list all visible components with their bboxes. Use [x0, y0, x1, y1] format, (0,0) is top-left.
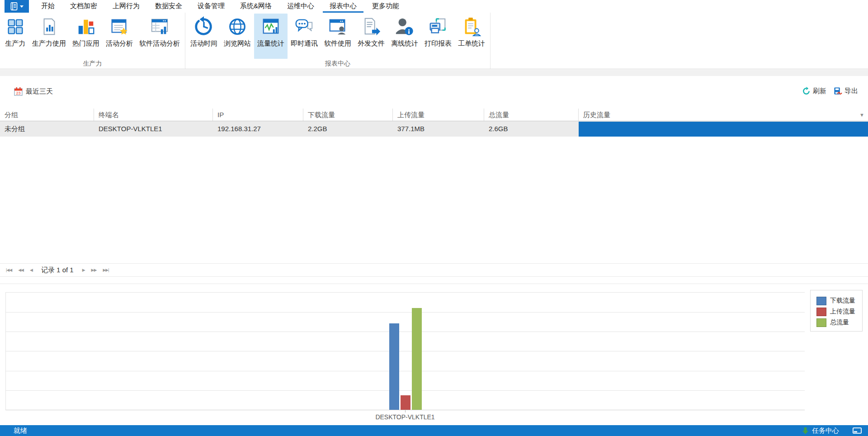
software-activity-analysis-icon: [149, 16, 170, 37]
traffic-stats-icon: [260, 16, 281, 37]
ribbon-button-traffic-stats[interactable]: 流量统计: [254, 14, 288, 59]
column-chooser-icon[interactable]: ▼: [859, 112, 864, 118]
print-report-icon: [428, 16, 448, 37]
legend-item: 下载流量: [816, 295, 862, 306]
offline-stats-icon: [394, 16, 415, 37]
ribbon-button-software-usage[interactable]: 软件使用: [321, 14, 354, 59]
ribbon-button-hot-apps[interactable]: 热门应用: [69, 14, 103, 59]
download-arrow-icon: [802, 427, 808, 434]
export-button[interactable]: 导出: [834, 87, 858, 95]
software-usage-icon: [327, 16, 348, 37]
legend-swatch: [816, 318, 826, 327]
app-menu-button[interactable]: [5, 0, 29, 13]
next-page-button[interactable]: ▶: [80, 266, 87, 274]
cell-download: 2.2GB: [303, 121, 393, 137]
ribbon-content-divider: [0, 70, 868, 76]
tab-more-features[interactable]: 更多功能: [365, 0, 406, 13]
ribbon-button-print-report[interactable]: 打印报表: [421, 14, 455, 59]
grid-header: 分组 终端名 IP 下载流量 上传流量 总流量 历史流量: [0, 109, 868, 121]
cell-history: [579, 121, 868, 137]
app-menu-icon: [10, 2, 18, 11]
chart-bar: [412, 308, 422, 410]
legend-item: 上传流量: [816, 306, 862, 317]
task-window-icon[interactable]: [853, 427, 862, 434]
x-axis-tick: [405, 410, 406, 412]
tab-start[interactable]: 开始: [34, 0, 61, 13]
status-ready-label: 就绪: [14, 427, 27, 435]
ribbon-group-productivity: 生产力 生产力使用 热门应用: [0, 13, 185, 69]
ribbon-button-offline-stats[interactable]: 离线统计: [388, 14, 421, 59]
x-axis-category-label: DESKTOP-VLKTLE1: [5, 413, 805, 421]
ribbon-button-activity-time[interactable]: 活动时间: [187, 14, 221, 59]
instant-messaging-icon: [294, 16, 315, 37]
column-header-total[interactable]: 总流量: [484, 109, 579, 121]
cell-upload: 377.1MB: [393, 121, 484, 137]
refresh-icon: [802, 87, 811, 95]
ribbon-button-outgoing-files[interactable]: 外发文件: [354, 14, 388, 59]
chart-legend: 下载流量 上传流量 总流量: [810, 290, 863, 332]
ribbon-button-work-order-stats[interactable]: 工单统计: [455, 14, 488, 59]
legend-item: 总流量: [816, 317, 862, 328]
tab-data-security[interactable]: 数据安全: [148, 0, 189, 13]
ribbon-group-report-center: 活动时间 浏览网站 流量统计: [185, 13, 491, 69]
menu-bar: 开始 文档加密 上网行为 数据安全 设备管理 系统&网络 运维中心 报表中心 更…: [0, 0, 868, 13]
chart-plot: [5, 292, 805, 410]
table-row[interactable]: 未分组 DESKTOP-VLKTLE1 192.168.31.27 2.2GB …: [0, 121, 868, 137]
calendar-icon: 23: [14, 87, 23, 96]
history-bar: [579, 122, 868, 137]
column-header-ip[interactable]: IP: [213, 109, 303, 121]
ribbon-button-productivity-usage[interactable]: 生产力使用: [29, 14, 69, 59]
ribbon-group-label: 生产力: [0, 60, 185, 68]
refresh-label: 刷新: [813, 87, 826, 95]
prev-page-button[interactable]: ◀: [28, 266, 35, 274]
ribbon-button-browse-website[interactable]: 浏览网站: [221, 14, 254, 59]
legend-swatch: [816, 308, 826, 316]
task-center-button[interactable]: 任务中心: [812, 427, 839, 435]
productivity-usage-icon: [39, 16, 60, 37]
ribbon-tabs: 开始 文档加密 上网行为 数据安全 设备管理 系统&网络 运维中心 报表中心 更…: [33, 0, 407, 13]
last-page-button[interactable]: ▶▶|: [100, 266, 111, 274]
ribbon-group-label: 报表中心: [185, 60, 490, 68]
legend-swatch: [816, 297, 826, 305]
tab-device-management[interactable]: 设备管理: [191, 0, 231, 13]
report-content-panel: 23 最近三天 刷新 导出: [0, 76, 868, 425]
column-header-terminal[interactable]: 终端名: [94, 109, 213, 121]
refresh-button[interactable]: 刷新: [802, 87, 826, 95]
tab-doc-encryption[interactable]: 文档加密: [63, 0, 104, 13]
chevron-down-icon: [20, 5, 24, 8]
traffic-chart-panel: DESKTOP-VLKTLE1 下载流量 上传流量 总流量: [0, 284, 868, 425]
export-label: 导出: [844, 87, 858, 95]
browse-website-icon: [227, 16, 248, 37]
tab-report-center[interactable]: 报表中心: [323, 0, 363, 13]
cell-group: 未分组: [0, 121, 94, 137]
column-header-history[interactable]: 历史流量: [579, 109, 868, 121]
tab-web-behavior[interactable]: 上网行为: [106, 0, 146, 13]
activity-analysis-icon: [109, 16, 130, 37]
cell-ip: 192.168.31.27: [213, 121, 303, 137]
column-header-upload[interactable]: 上传流量: [393, 109, 484, 121]
fast-next-page-button[interactable]: ▶▶: [89, 266, 99, 274]
view-toolbar: 23 最近三天 刷新 导出: [0, 85, 868, 100]
work-order-stats-icon: [461, 16, 482, 37]
export-icon: [834, 87, 842, 95]
pagination-bar: |◀◀ ◀◀ ◀ 记录 1 of 1 ▶ ▶▶ ▶▶|: [0, 263, 868, 277]
column-header-download[interactable]: 下载流量: [303, 109, 393, 121]
chart-bar: [389, 323, 399, 410]
hot-apps-icon: [75, 16, 96, 37]
date-range-filter[interactable]: 23 最近三天: [14, 87, 53, 96]
cell-terminal: DESKTOP-VLKTLE1: [94, 121, 213, 137]
ribbon-button-productivity[interactable]: 生产力: [2, 14, 29, 59]
ribbon-button-instant-messaging[interactable]: 即时通讯: [288, 14, 321, 59]
column-header-group[interactable]: 分组: [0, 109, 94, 121]
fast-prev-page-button[interactable]: ◀◀: [16, 266, 26, 274]
ribbon-button-activity-analysis[interactable]: 活动分析: [103, 14, 136, 59]
outgoing-files-icon: [361, 16, 382, 37]
first-page-button[interactable]: |◀◀: [4, 266, 14, 274]
record-count-label: 记录 1 of 1: [41, 266, 74, 275]
tab-system-network[interactable]: 系统&网络: [233, 0, 278, 13]
tab-ops-center[interactable]: 运维中心: [280, 0, 321, 13]
svg-text:23: 23: [16, 91, 20, 95]
ribbon-button-software-activity-analysis[interactable]: 软件活动分析: [136, 14, 183, 59]
date-filter-label: 最近三天: [26, 87, 53, 96]
productivity-icon: [5, 16, 26, 37]
